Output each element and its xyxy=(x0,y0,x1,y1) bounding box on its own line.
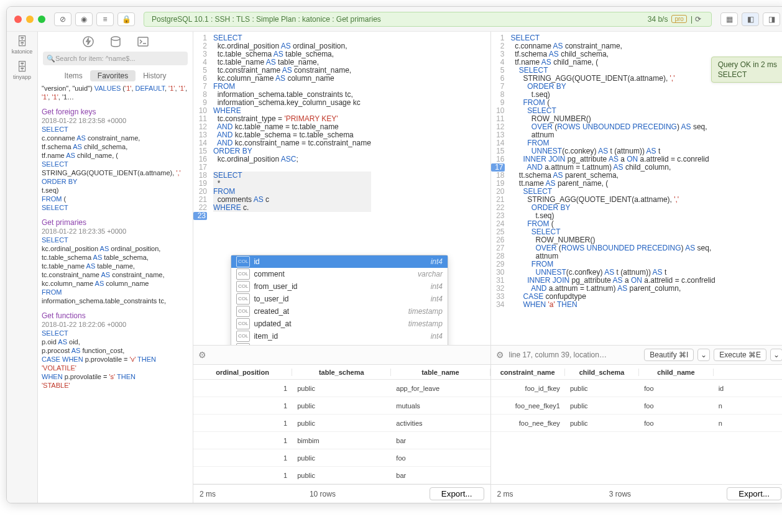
autocomplete-popup[interactable]: COLidint4COLcommentvarcharCOLfrom_user_i… xyxy=(231,255,448,345)
autocomplete-item[interactable]: COLcreated_attimestamp xyxy=(231,305,448,318)
titlebar: ⊘ ◉ ≡ 🔒 PostgreSQL 10.1 : SSH : TLS : Si… xyxy=(7,7,782,32)
count-text: 10 rows xyxy=(216,490,430,498)
connections-sidebar: 🗄katonice 🗄tinyapp xyxy=(7,32,38,503)
autocomplete-item[interactable]: COLidint4 xyxy=(231,255,448,268)
right-panel-button[interactable]: ◨ xyxy=(763,12,780,26)
left-results: ordinal_positiontable_schematable_name 1… xyxy=(193,365,490,503)
eye-button[interactable]: ◉ xyxy=(75,12,93,26)
right-results-header: constraint_namechild_schemachild_name xyxy=(491,365,783,380)
table-row[interactable]: 1publicmutuals xyxy=(193,397,490,415)
left-results-header: ordinal_positiontable_schematable_name xyxy=(193,365,490,380)
right-code[interactable]: SELECT c.conname AS constraint_name, tf.… xyxy=(508,32,717,345)
table-row[interactable]: 1bimbimbar xyxy=(193,432,490,449)
close-icon[interactable] xyxy=(14,16,22,23)
search-input[interactable]: 🔍 Search for item: ^name$... xyxy=(43,52,188,65)
table-row[interactable]: 1publicfoo xyxy=(193,449,490,467)
tab-items[interactable]: Items xyxy=(57,70,90,81)
autocomplete-item[interactable]: COLfrom_user_idint4 xyxy=(231,280,448,293)
panes: 1234567891011121314151617181920212223 SE… xyxy=(193,32,782,503)
svg-rect-2 xyxy=(138,37,148,46)
autocomplete-item[interactable]: COLcommentvarchar xyxy=(231,268,448,280)
db-icon: 🗄 xyxy=(10,35,35,48)
right-toolbar: ⚙ line 17, column 39, location… Beautify… xyxy=(491,345,783,365)
left-pane: 1234567891011121314151617181920212223 SE… xyxy=(193,32,491,503)
fav-tabs: Items Favorites History xyxy=(38,68,193,84)
table-row[interactable]: 1publicapp_for_leave xyxy=(193,380,490,397)
address-text: PostgreSQL 10.1 : SSH : TLS : Simple Pla… xyxy=(152,15,381,24)
table-row[interactable]: 1publicactivities xyxy=(193,415,490,432)
bolt-icon[interactable] xyxy=(82,35,94,48)
tab-history[interactable]: History xyxy=(136,70,173,81)
zoom-icon[interactable] xyxy=(38,16,45,23)
fav-item-title[interactable]: Get foreign keys xyxy=(42,108,189,116)
right-gutter: 1234567891011121314151617181920212223242… xyxy=(491,32,508,345)
execute-chevron[interactable]: ⌄ xyxy=(770,349,782,361)
query-ok-notification: Query OK in 2 ms SELECT xyxy=(711,57,782,83)
lock-button[interactable]: 🔒 xyxy=(117,12,135,26)
body: 🗄katonice 🗄tinyapp 🔍 Search for item: ^n… xyxy=(7,32,782,503)
time-text: 2 ms xyxy=(497,490,513,498)
db-icon: 🗄 xyxy=(10,61,35,74)
right-results: constraint_namechild_schemachild_name fo… xyxy=(491,365,783,503)
table-row[interactable]: 1publicbar xyxy=(193,467,490,484)
fav-item-title[interactable]: Get functions xyxy=(42,311,189,320)
address-bar[interactable]: PostgreSQL 10.1 : SSH : TLS : Simple Pla… xyxy=(144,12,712,27)
execute-button[interactable]: Execute ⌘E xyxy=(714,349,766,361)
gear-icon[interactable]: ⚙ xyxy=(198,350,206,360)
svg-point-1 xyxy=(111,37,120,40)
gear-icon[interactable]: ⚙ xyxy=(496,350,504,360)
left-editor[interactable]: 1234567891011121314151617181920212223 SE… xyxy=(193,32,490,345)
fav-top-icons xyxy=(38,32,193,49)
queue-button[interactable]: ≡ xyxy=(96,12,114,26)
right-pane: 1234567891011121314151617181920212223242… xyxy=(491,32,783,503)
left-panel-button[interactable]: ◧ xyxy=(742,12,759,26)
fav-item-title[interactable]: Get primaries xyxy=(42,218,189,227)
autocomplete-item[interactable]: COLattachmentbytea xyxy=(231,342,448,345)
right-results-rows[interactable]: foo_id_fkeypublicfooidfoo_nee_fkey1publi… xyxy=(491,380,783,484)
minimize-icon[interactable] xyxy=(26,16,34,23)
conn-katonice[interactable]: 🗄katonice xyxy=(10,35,35,55)
left-results-rows[interactable]: 1publicapp_for_leave1publicmutuals1publi… xyxy=(193,380,490,484)
pro-badge: pro xyxy=(671,15,686,23)
right-editor[interactable]: 1234567891011121314151617181920212223242… xyxy=(491,32,783,345)
right-results-footer: 2 ms 3 rows Export... xyxy=(491,484,783,503)
table-row[interactable]: foo_nee_fkey1publicfoon xyxy=(491,397,783,415)
beautify-chevron[interactable]: ⌄ xyxy=(697,349,710,361)
stop-button[interactable]: ⊘ xyxy=(54,12,71,26)
table-row[interactable]: foo_id_fkeypublicfooid xyxy=(491,380,783,397)
left-gutter: 1234567891011121314151617181920212223 xyxy=(193,32,211,345)
favorites-column: 🔍 Search for item: ^name$... Items Favor… xyxy=(38,32,193,503)
favorites-list[interactable]: "version", "uuid") VALUES ('1', DEFAULT,… xyxy=(38,84,193,503)
count-text: 3 rows xyxy=(513,490,727,498)
traffic-lights xyxy=(14,16,45,23)
autocomplete-item[interactable]: COLupdated_attimestamp xyxy=(231,318,448,330)
conn-tinyapp[interactable]: 🗄tinyapp xyxy=(10,61,35,80)
time-text: 2 ms xyxy=(200,490,216,498)
beautify-button[interactable]: Beautify ⌘I xyxy=(644,349,694,361)
left-toolbar: ⚙ xyxy=(193,345,490,365)
export-button[interactable]: Export... xyxy=(727,487,781,500)
grid-button[interactable]: ▦ xyxy=(720,12,738,26)
autocomplete-item[interactable]: COLto_user_idint4 xyxy=(231,293,448,305)
speed-text: 34 b/s xyxy=(648,15,668,24)
cursor-location: line 17, column 39, location… xyxy=(509,351,607,359)
export-button[interactable]: Export... xyxy=(430,487,484,500)
db-icon[interactable] xyxy=(109,35,122,48)
reload-icon[interactable]: ⟳ xyxy=(692,15,704,24)
terminal-icon[interactable] xyxy=(137,35,149,48)
table-row[interactable]: foo_nee_fkeypublicfoon xyxy=(491,415,783,432)
window: ⊘ ◉ ≡ 🔒 PostgreSQL 10.1 : SSH : TLS : Si… xyxy=(6,6,782,503)
autocomplete-item[interactable]: COLitem_idint4 xyxy=(231,330,448,342)
left-results-footer: 2 ms 10 rows Export... xyxy=(193,484,490,503)
tab-favorites[interactable]: Favorites xyxy=(90,70,136,81)
